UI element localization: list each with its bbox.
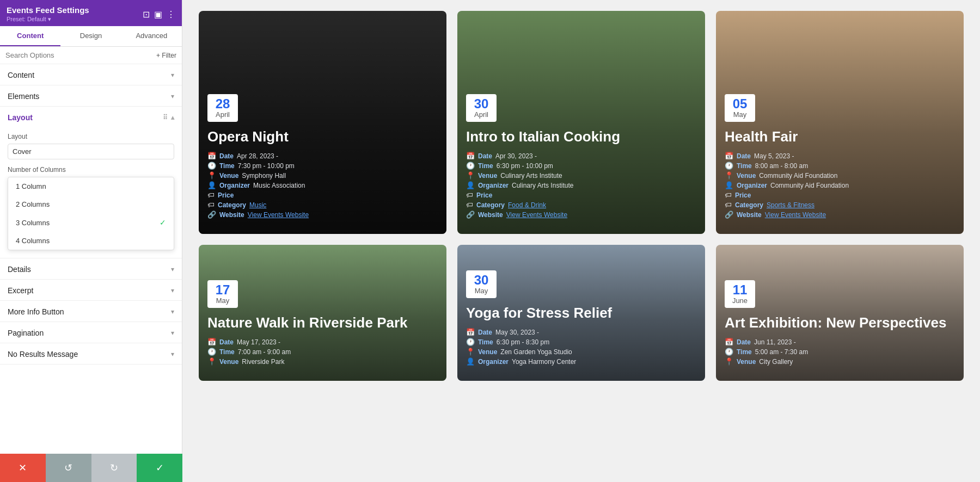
meta-icon: 📅 bbox=[466, 152, 475, 160]
meta-value: Apr 28, 2023 - bbox=[237, 152, 278, 160]
meta-value: May 30, 2023 - bbox=[495, 329, 539, 336]
meta-value: Riverside Park bbox=[242, 358, 284, 366]
meta-icon: 👤 bbox=[207, 181, 216, 189]
section-elements[interactable]: Elements ▾ bbox=[0, 85, 182, 107]
minimize-icon[interactable]: ⊡ bbox=[143, 9, 150, 20]
save-button[interactable]: ✓ bbox=[137, 454, 182, 482]
meta-icon: 🔗 bbox=[725, 211, 733, 219]
meta-row: 🔗Website View Events Website bbox=[466, 211, 696, 219]
search-input[interactable] bbox=[5, 51, 153, 59]
meta-label: Price bbox=[218, 191, 234, 199]
meta-link[interactable]: Music bbox=[249, 201, 266, 209]
event-date-badge: 28April bbox=[207, 94, 238, 122]
meta-value: Apr 30, 2023 - bbox=[495, 152, 537, 160]
panel-header-icons: ⊡ ▣ ⋮ bbox=[143, 9, 175, 20]
section-layout-header[interactable]: Layout ⠿ ▴ bbox=[0, 107, 182, 127]
chevron-up-icon: ▴ bbox=[171, 114, 174, 121]
meta-value: Jun 11, 2023 - bbox=[754, 338, 796, 346]
meta-label: Date bbox=[478, 329, 492, 336]
section-excerpt-label: Excerpt bbox=[8, 286, 33, 295]
section-pagination[interactable]: Pagination ▾ bbox=[0, 322, 182, 343]
meta-value: 7:30 pm - 10:00 pm bbox=[238, 162, 295, 170]
meta-value: Community Aid Foundation bbox=[759, 172, 837, 180]
venue-icon: 📍 bbox=[207, 357, 216, 366]
main-content: 28AprilOpera Night📅Date Apr 28, 2023 -🕐T… bbox=[182, 0, 980, 482]
meta-link[interactable]: View Events Website bbox=[765, 211, 826, 219]
tab-advanced[interactable]: Advanced bbox=[121, 26, 182, 46]
meta-label: Organizer bbox=[219, 182, 250, 189]
meta-row: 📅Date May 17, 2023 - bbox=[207, 338, 438, 346]
layout-content: Layout Cover Number of Columns 1 Column … bbox=[0, 127, 182, 258]
redo-button[interactable]: ↻ bbox=[91, 454, 137, 482]
layout-drag-icon[interactable]: ⠿ bbox=[163, 114, 168, 121]
meta-label: Website bbox=[737, 211, 762, 219]
panel-tabs: Content Design Advanced bbox=[0, 26, 182, 47]
card-content: 17MayNature Walk in Riverside Park📅Date … bbox=[199, 271, 446, 381]
meta-label: Organizer bbox=[737, 182, 767, 189]
filter-button[interactable]: + Filter bbox=[156, 52, 176, 59]
card-content: 28AprilOpera Night📅Date Apr 28, 2023 -🕐T… bbox=[199, 85, 446, 234]
meta-label: Time bbox=[737, 348, 752, 356]
meta-row: 📅Date Apr 28, 2023 - bbox=[207, 152, 438, 160]
card-content: 05MayHealth Fair📅Date May 5, 2023 -🕐Time… bbox=[716, 85, 964, 234]
meta-icon: 🕐 bbox=[725, 162, 733, 170]
date-icon: 📅 bbox=[466, 328, 475, 336]
meta-value: May 5, 2023 - bbox=[754, 152, 794, 160]
meta-label: Category bbox=[218, 201, 246, 209]
layout-select[interactable]: Cover bbox=[8, 144, 174, 159]
meta-label: Date bbox=[219, 338, 234, 346]
events-grid: 28AprilOpera Night📅Date Apr 28, 2023 -🕐T… bbox=[199, 11, 964, 381]
event-month: May bbox=[475, 287, 488, 295]
meta-row: 🕐Time 6:30 pm - 8:30 pm bbox=[466, 338, 696, 346]
layout-icon[interactable]: ▣ bbox=[154, 9, 162, 20]
meta-label: Venue bbox=[737, 358, 756, 366]
time-icon: 🕐 bbox=[466, 338, 475, 346]
meta-value: 7:00 am - 9:00 am bbox=[238, 348, 291, 356]
chevron-down-icon: ▾ bbox=[171, 350, 174, 358]
meta-link[interactable]: Sports & Fitness bbox=[767, 201, 814, 209]
section-layout: Layout ⠿ ▴ Layout Cover Number of Column… bbox=[0, 107, 182, 258]
price-icon: 🏷 bbox=[725, 191, 732, 199]
meta-row: 🏷Category Sports & Fitness bbox=[725, 201, 955, 209]
panel-body: Content ▾ Elements ▾ Layout ⠿ ▴ Layout C… bbox=[0, 64, 182, 482]
more-icon[interactable]: ⋮ bbox=[167, 9, 175, 20]
meta-label: Time bbox=[219, 162, 235, 170]
organizer-icon: 👤 bbox=[466, 357, 475, 366]
undo-button[interactable]: ↺ bbox=[46, 454, 91, 482]
section-details[interactable]: Details ▾ bbox=[0, 258, 182, 280]
meta-row: 📍Venue Community Aid Foundation bbox=[725, 171, 955, 180]
event-card: 11JuneArt Exhibition: New Perspectives📅D… bbox=[716, 245, 964, 381]
event-month: April bbox=[216, 110, 230, 119]
cancel-button[interactable]: ✕ bbox=[0, 454, 46, 482]
panel-preset[interactable]: Preset: Default ▾ bbox=[7, 16, 89, 23]
meta-value: Culinary Arts Institute bbox=[512, 182, 573, 189]
section-excerpt[interactable]: Excerpt ▾ bbox=[0, 280, 182, 301]
column-option-4[interactable]: 4 Columns bbox=[8, 232, 174, 250]
section-more-info-button[interactable]: More Info Button ▾ bbox=[0, 301, 182, 322]
event-date-badge: 05May bbox=[725, 94, 755, 122]
column-option-3[interactable]: 3 Columns ✓ bbox=[8, 213, 174, 232]
meta-value: 6:30 pm - 10:00 pm bbox=[497, 162, 553, 170]
section-no-results[interactable]: No Results Message ▾ bbox=[0, 343, 182, 364]
section-content[interactable]: Content ▾ bbox=[0, 64, 182, 85]
meta-icon: 🏷 bbox=[466, 201, 473, 209]
tab-content[interactable]: Content bbox=[0, 26, 60, 46]
meta-row: 🕐Time 8:00 am - 8:00 am bbox=[725, 162, 955, 170]
meta-row: 📍Venue Zen Garden Yoga Studio bbox=[466, 348, 696, 356]
chevron-down-icon: ▾ bbox=[171, 92, 174, 100]
num-columns-label: Number of Columns bbox=[8, 166, 174, 174]
event-card: 17MayNature Walk in Riverside Park📅Date … bbox=[199, 245, 446, 381]
tab-design[interactable]: Design bbox=[60, 26, 121, 46]
meta-link[interactable]: Food & Drink bbox=[508, 201, 546, 209]
meta-link[interactable]: View Events Website bbox=[506, 211, 567, 219]
meta-icon: 📍 bbox=[207, 171, 216, 180]
event-day: 28 bbox=[216, 97, 230, 110]
left-panel: Events Feed Settings Preset: Default ▾ ⊡… bbox=[0, 0, 182, 482]
meta-link[interactable]: View Events Website bbox=[248, 211, 309, 219]
check-icon: ✓ bbox=[160, 218, 166, 227]
meta-label: Time bbox=[737, 162, 752, 170]
column-option-1[interactable]: 1 Column bbox=[8, 177, 174, 195]
meta-label: Venue bbox=[478, 348, 497, 356]
column-option-2[interactable]: 2 Columns bbox=[8, 195, 174, 213]
meta-icon: 🕐 bbox=[207, 162, 216, 170]
